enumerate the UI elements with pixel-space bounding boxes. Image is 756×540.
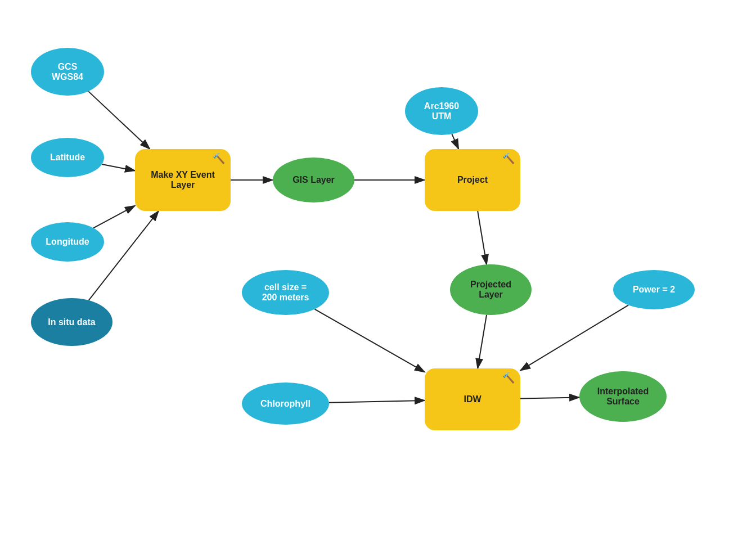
node-label-makexy: Make XY Event Layer bbox=[151, 170, 215, 190]
node-label-cellsize: cell size = 200 meters bbox=[262, 282, 309, 303]
node-power2: Power = 2 bbox=[613, 270, 695, 309]
node-project: 🔨Project bbox=[425, 149, 520, 211]
tool-icon-makexy: 🔨 bbox=[213, 152, 225, 165]
arrow-cellsize-idw bbox=[314, 309, 425, 372]
node-longitude: Longitude bbox=[31, 222, 104, 262]
arrows-svg bbox=[0, 0, 756, 540]
node-arc1960: Arc1960 UTM bbox=[405, 87, 478, 135]
node-latitude: Latitude bbox=[31, 138, 104, 177]
node-label-interpsurface: Interpolated Surface bbox=[597, 386, 649, 407]
node-label-latitude: Latitude bbox=[50, 152, 85, 163]
node-label-projlayer: Projected Layer bbox=[470, 280, 511, 300]
node-chlorophyll: Chlorophyll bbox=[242, 382, 329, 425]
node-label-power2: Power = 2 bbox=[633, 285, 675, 295]
arrow-gcs-makexy bbox=[88, 91, 150, 149]
diagram: GCS WGS84LatitudeLongitudeIn situ data🔨M… bbox=[0, 0, 756, 540]
arrow-projlayer-idw bbox=[478, 315, 487, 368]
arrow-chlorophyll-idw bbox=[329, 400, 425, 403]
node-interpsurface: Interpolated Surface bbox=[579, 371, 667, 422]
node-makexy: 🔨Make XY Event Layer bbox=[135, 149, 231, 211]
arrow-project-projlayer bbox=[478, 211, 487, 264]
node-gcs: GCS WGS84 bbox=[31, 48, 104, 96]
node-label-gcs: GCS WGS84 bbox=[52, 62, 83, 82]
tool-icon-project: 🔨 bbox=[502, 152, 515, 165]
node-label-insitu: In situ data bbox=[48, 317, 95, 327]
node-label-idw: IDW bbox=[464, 394, 481, 404]
node-insitu: In situ data bbox=[31, 298, 112, 346]
arrow-power2-idw bbox=[520, 305, 628, 370]
node-label-project: Project bbox=[457, 175, 488, 185]
node-label-gislayer: GIS Layer bbox=[292, 175, 335, 185]
arrow-latitude-makexy bbox=[102, 164, 135, 170]
arrow-longitude-makexy bbox=[93, 206, 135, 228]
arrow-insitu-makexy bbox=[89, 211, 159, 300]
arrow-idw-interpsurface bbox=[520, 397, 579, 398]
node-idw: 🔨IDW bbox=[425, 368, 520, 430]
node-label-longitude: Longitude bbox=[46, 237, 89, 247]
node-label-arc1960: Arc1960 UTM bbox=[424, 101, 459, 122]
node-projlayer: Projected Layer bbox=[450, 264, 532, 315]
node-gislayer: GIS Layer bbox=[273, 158, 354, 202]
node-label-chlorophyll: Chlorophyll bbox=[260, 399, 310, 409]
tool-icon-idw: 🔨 bbox=[502, 372, 515, 384]
node-cellsize: cell size = 200 meters bbox=[242, 270, 329, 315]
arrow-arc1960-project bbox=[452, 134, 458, 149]
